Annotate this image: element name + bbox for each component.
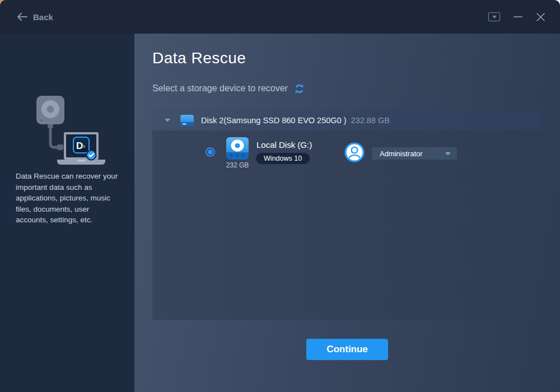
- title-bar: Back: [0, 0, 560, 34]
- svg-text:D: D: [76, 141, 83, 151]
- continue-button[interactable]: Continue: [306, 339, 388, 360]
- close-button[interactable]: [536, 12, 545, 22]
- collapse-arrow-icon: [165, 119, 170, 122]
- disk-size: 232.88 GB: [351, 116, 390, 125]
- page-title: Data Rescue: [152, 49, 246, 67]
- back-button[interactable]: Back: [17, 12, 53, 22]
- refresh-icon: [294, 83, 305, 94]
- sidebar-description: Data Rescue can recover your important d…: [16, 171, 123, 226]
- account-selected-value: Administrator: [380, 150, 423, 158]
- subtitle-row: Select a storage device to recover: [152, 83, 305, 94]
- data-rescue-illustration-icon: D ›: [28, 92, 109, 168]
- user-avatar-icon: [344, 142, 365, 162]
- minimize-button[interactable]: [514, 16, 522, 17]
- subtitle-label: Select a storage device to recover: [152, 83, 288, 94]
- chevron-down-icon: [445, 152, 451, 155]
- svg-text:›: ›: [83, 142, 85, 150]
- os-badge: Windows 10: [256, 153, 310, 164]
- window-menu-button[interactable]: [488, 12, 500, 21]
- partition-size: 232 GB: [226, 161, 249, 169]
- partition-disk-icon: [225, 137, 250, 160]
- disk-name: Disk 2(Samsung SSD 860 EVO 250G0 ): [201, 116, 347, 125]
- close-icon: [536, 12, 545, 22]
- back-label: Back: [33, 12, 53, 22]
- disk-group-header[interactable]: Disk 2(Samsung SSD 860 EVO 250G0 ) 232.8…: [152, 110, 542, 130]
- sidebar: D › Data Rescue can recover your importa…: [0, 34, 134, 392]
- device-list-panel: Disk 2(Samsung SSD 860 EVO 250G0 ) 232.8…: [152, 110, 542, 320]
- partition-disk: 232 GB: [225, 137, 250, 169]
- account-dropdown[interactable]: Administrator: [372, 147, 457, 160]
- partition-radio[interactable]: [206, 147, 215, 157]
- disk-icon: [180, 114, 194, 127]
- chevron-down-icon: [492, 16, 497, 18]
- back-arrow-icon: [17, 12, 28, 21]
- app-window: Back: [0, 0, 560, 392]
- window-controls: [488, 12, 545, 22]
- refresh-button[interactable]: [294, 83, 305, 94]
- partition-row[interactable]: 232 GB Local Disk (G:) Windows 10 Admini…: [152, 130, 542, 181]
- partition-name: Local Disk (G:): [256, 140, 312, 150]
- main-panel: Data Rescue Select a storage device to r…: [134, 34, 560, 392]
